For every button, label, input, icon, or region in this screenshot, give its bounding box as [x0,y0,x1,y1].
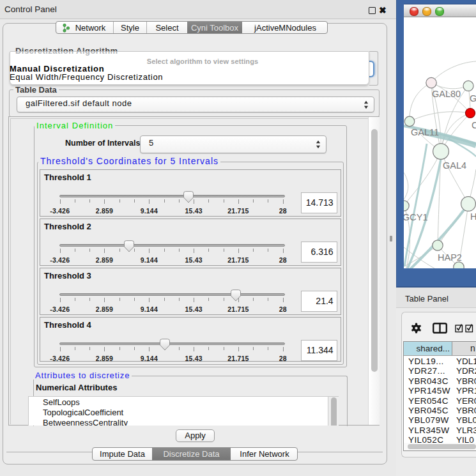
svg-text:GAL80: GAL80 [432,89,461,99]
svg-text:HAP2: HAP2 [438,252,462,263]
svg-text:GAL4: GAL4 [443,160,466,171]
svg-text:H: H [470,211,476,222]
svg-text:G.: G. [470,93,476,104]
svg-text:GAL11: GAL11 [411,127,439,137]
svg-text:GCY1: GCY1 [404,212,428,222]
svg-text:C: C [472,120,476,130]
